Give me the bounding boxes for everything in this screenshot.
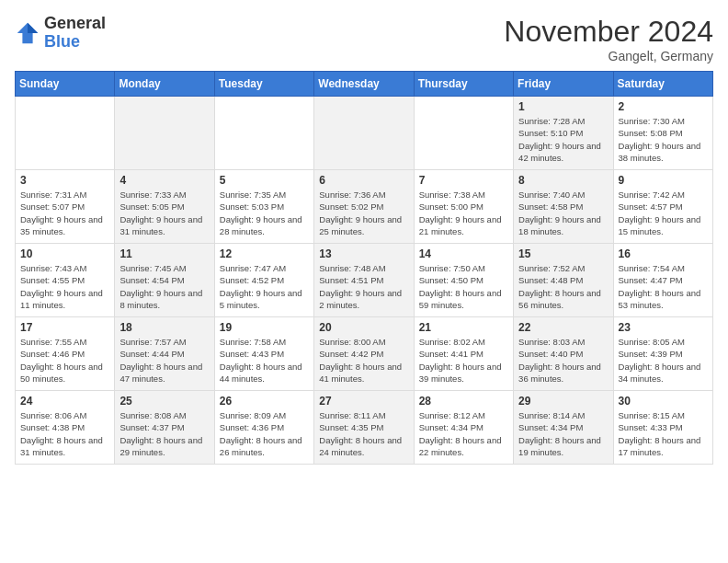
day-number: 21 (419, 321, 508, 334)
cell-sun-info: Sunrise: 7:38 AM Sunset: 5:00 PM Dayligh… (419, 189, 508, 237)
calendar-cell: 29Sunrise: 8:14 AM Sunset: 4:34 PM Dayli… (514, 391, 613, 465)
day-number: 25 (119, 395, 209, 408)
weekday-header-tuesday: Tuesday (214, 72, 313, 97)
calendar-cell: 6Sunrise: 7:36 AM Sunset: 5:02 PM Daylig… (314, 170, 414, 244)
calendar-cell: 24Sunrise: 8:06 AM Sunset: 4:38 PM Dayli… (16, 391, 115, 465)
day-number: 2 (619, 100, 708, 113)
week-row-5: 24Sunrise: 8:06 AM Sunset: 4:38 PM Dayli… (16, 391, 713, 465)
cell-sun-info: Sunrise: 8:11 AM Sunset: 4:35 PM Dayligh… (319, 409, 408, 458)
day-number: 29 (518, 395, 608, 408)
svg-marker-1 (28, 23, 38, 33)
day-number: 19 (220, 321, 309, 334)
weekday-header-wednesday: Wednesday (314, 72, 414, 97)
logo-blue-text: Blue (44, 32, 80, 51)
week-row-4: 17Sunrise: 7:55 AM Sunset: 4:46 PM Dayli… (16, 317, 713, 391)
day-number: 10 (20, 247, 109, 260)
calendar-cell: 20Sunrise: 8:00 AM Sunset: 4:42 PM Dayli… (314, 317, 414, 391)
day-number: 23 (619, 321, 708, 334)
calendar-cell: 11Sunrise: 7:45 AM Sunset: 4:54 PM Dayli… (115, 244, 214, 317)
week-row-1: 1Sunrise: 7:28 AM Sunset: 5:10 PM Daylig… (16, 97, 713, 170)
weekday-header-friday: Friday (514, 72, 613, 97)
week-row-3: 10Sunrise: 7:43 AM Sunset: 4:55 PM Dayli… (16, 244, 713, 317)
day-number: 24 (20, 395, 109, 408)
cell-sun-info: Sunrise: 7:57 AM Sunset: 4:44 PM Dayligh… (119, 336, 209, 385)
calendar-cell: 15Sunrise: 7:52 AM Sunset: 4:48 PM Dayli… (514, 244, 613, 317)
day-number: 27 (319, 395, 408, 408)
day-number: 11 (119, 247, 209, 260)
day-number: 18 (119, 321, 209, 334)
cell-sun-info: Sunrise: 7:47 AM Sunset: 4:52 PM Dayligh… (220, 262, 309, 311)
cell-sun-info: Sunrise: 8:00 AM Sunset: 4:42 PM Dayligh… (319, 336, 408, 385)
day-number: 15 (518, 247, 608, 260)
logo-general-text: General (44, 14, 106, 32)
day-number: 30 (619, 395, 708, 408)
cell-sun-info: Sunrise: 7:45 AM Sunset: 4:54 PM Dayligh… (119, 262, 209, 311)
calendar-cell: 28Sunrise: 8:12 AM Sunset: 4:34 PM Dayli… (414, 391, 513, 465)
cell-sun-info: Sunrise: 7:54 AM Sunset: 4:47 PM Dayligh… (619, 262, 708, 311)
calendar-cell: 9Sunrise: 7:42 AM Sunset: 4:57 PM Daylig… (613, 170, 712, 244)
calendar-cell: 21Sunrise: 8:02 AM Sunset: 4:41 PM Dayli… (414, 317, 513, 391)
month-title: November 2024 (504, 15, 713, 49)
day-number: 9 (619, 174, 708, 187)
cell-sun-info: Sunrise: 7:35 AM Sunset: 5:03 PM Dayligh… (220, 189, 309, 237)
calendar-cell: 26Sunrise: 8:09 AM Sunset: 4:36 PM Dayli… (214, 391, 313, 465)
weekday-header-thursday: Thursday (414, 72, 513, 97)
day-number: 16 (619, 247, 708, 260)
cell-sun-info: Sunrise: 7:33 AM Sunset: 5:05 PM Dayligh… (119, 189, 209, 237)
calendar-cell: 10Sunrise: 7:43 AM Sunset: 4:55 PM Dayli… (16, 244, 115, 317)
cell-sun-info: Sunrise: 8:03 AM Sunset: 4:40 PM Dayligh… (518, 336, 608, 385)
day-number: 17 (20, 321, 109, 334)
day-number: 22 (518, 321, 608, 334)
cell-sun-info: Sunrise: 8:09 AM Sunset: 4:36 PM Dayligh… (220, 409, 309, 458)
day-number: 14 (419, 247, 508, 260)
day-number: 7 (419, 174, 508, 187)
cell-sun-info: Sunrise: 7:30 AM Sunset: 5:08 PM Dayligh… (619, 115, 708, 164)
calendar-cell (115, 97, 214, 170)
calendar-cell: 2Sunrise: 7:30 AM Sunset: 5:08 PM Daylig… (613, 97, 712, 170)
day-number: 13 (319, 247, 408, 260)
cell-sun-info: Sunrise: 8:15 AM Sunset: 4:33 PM Dayligh… (619, 409, 708, 458)
cell-sun-info: Sunrise: 8:02 AM Sunset: 4:41 PM Dayligh… (419, 336, 508, 385)
calendar-cell (414, 97, 513, 170)
cell-sun-info: Sunrise: 7:55 AM Sunset: 4:46 PM Dayligh… (20, 336, 109, 385)
calendar-cell: 18Sunrise: 7:57 AM Sunset: 4:44 PM Dayli… (115, 317, 214, 391)
location-subtitle: Gangelt, Germany (504, 49, 713, 63)
day-number: 6 (319, 174, 408, 187)
logo: General Blue (15, 15, 106, 52)
cell-sun-info: Sunrise: 8:05 AM Sunset: 4:39 PM Dayligh… (619, 336, 708, 385)
cell-sun-info: Sunrise: 7:50 AM Sunset: 4:50 PM Dayligh… (419, 262, 508, 311)
weekday-header-sunday: Sunday (16, 72, 115, 97)
calendar-cell: 14Sunrise: 7:50 AM Sunset: 4:50 PM Dayli… (414, 244, 513, 317)
calendar-cell: 22Sunrise: 8:03 AM Sunset: 4:40 PM Dayli… (514, 317, 613, 391)
calendar-cell: 7Sunrise: 7:38 AM Sunset: 5:00 PM Daylig… (414, 170, 513, 244)
day-number: 1 (518, 100, 608, 113)
calendar-cell: 27Sunrise: 8:11 AM Sunset: 4:35 PM Dayli… (314, 391, 414, 465)
day-number: 3 (20, 174, 109, 187)
calendar-cell: 23Sunrise: 8:05 AM Sunset: 4:39 PM Dayli… (613, 317, 712, 391)
calendar-table: SundayMondayTuesdayWednesdayThursdayFrid… (15, 71, 713, 465)
calendar-cell: 3Sunrise: 7:31 AM Sunset: 5:07 PM Daylig… (16, 170, 115, 244)
cell-sun-info: Sunrise: 8:08 AM Sunset: 4:37 PM Dayligh… (119, 409, 209, 458)
day-number: 4 (119, 174, 209, 187)
cell-sun-info: Sunrise: 7:40 AM Sunset: 4:58 PM Dayligh… (518, 189, 608, 237)
cell-sun-info: Sunrise: 8:06 AM Sunset: 4:38 PM Dayligh… (20, 409, 109, 458)
calendar-cell: 12Sunrise: 7:47 AM Sunset: 4:52 PM Dayli… (214, 244, 313, 317)
cell-sun-info: Sunrise: 7:36 AM Sunset: 5:02 PM Dayligh… (319, 189, 408, 237)
calendar-cell: 17Sunrise: 7:55 AM Sunset: 4:46 PM Dayli… (16, 317, 115, 391)
calendar-cell: 4Sunrise: 7:33 AM Sunset: 5:05 PM Daylig… (115, 170, 214, 244)
day-number: 5 (220, 174, 309, 187)
title-block: November 2024 Gangelt, Germany (504, 15, 713, 63)
page-header: General Blue November 2024 Gangelt, Germ… (15, 15, 713, 63)
day-number: 28 (419, 395, 508, 408)
weekday-header-row: SundayMondayTuesdayWednesdayThursdayFrid… (16, 72, 713, 97)
calendar-cell: 30Sunrise: 8:15 AM Sunset: 4:33 PM Dayli… (613, 391, 712, 465)
calendar-cell: 5Sunrise: 7:35 AM Sunset: 5:03 PM Daylig… (214, 170, 313, 244)
day-number: 8 (518, 174, 608, 187)
weekday-header-monday: Monday (115, 72, 214, 97)
day-number: 26 (220, 395, 309, 408)
logo-icon (15, 20, 40, 46)
calendar-cell (16, 97, 115, 170)
calendar-cell: 8Sunrise: 7:40 AM Sunset: 4:58 PM Daylig… (514, 170, 613, 244)
cell-sun-info: Sunrise: 7:52 AM Sunset: 4:48 PM Dayligh… (518, 262, 608, 311)
cell-sun-info: Sunrise: 7:48 AM Sunset: 4:51 PM Dayligh… (319, 262, 408, 311)
